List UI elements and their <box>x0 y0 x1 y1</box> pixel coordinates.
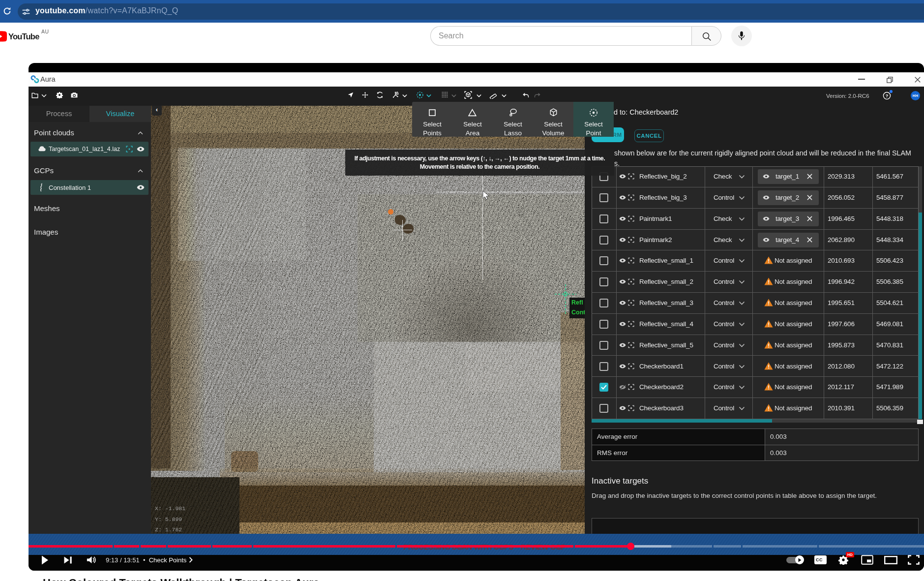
svg-text:?: ? <box>886 93 889 98</box>
svg-text:YouTube: YouTube <box>8 32 39 41</box>
